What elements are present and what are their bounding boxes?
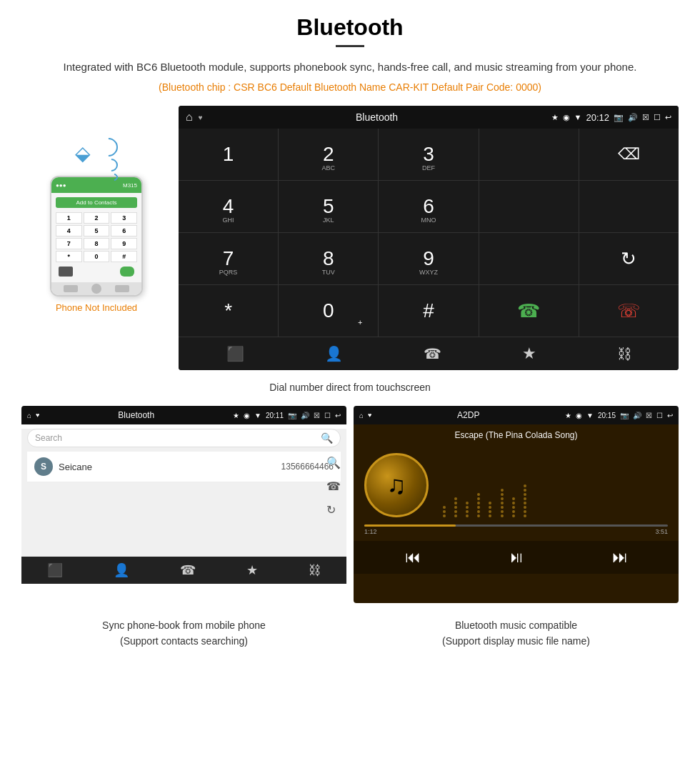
page-container: Bluetooth Integrated with BC6 Bluetooth … xyxy=(0,0,700,664)
bottom-screens: ⌂ ♥ Bluetooth ★ ◉ ▼ 20:11 📷 🔊 ☒ ☐ ↩ Sear… xyxy=(21,406,679,603)
contact-number: 13566664466 xyxy=(281,462,334,472)
music-song-title: Escape (The Pina Colada Song) xyxy=(354,424,679,446)
dial-key-0[interactable]: 0 + xyxy=(279,285,378,337)
bottom-captions: Sync phone-book from mobile phone(Suppor… xyxy=(21,613,679,650)
ms-close-icon[interactable]: ☒ xyxy=(646,412,652,419)
signal-icon: ▼ xyxy=(574,113,582,121)
pb-phone-icon[interactable]: ☎ xyxy=(180,562,196,578)
split-icon[interactable]: ☐ xyxy=(654,113,661,122)
dial-key-5[interactable]: 5 JKL xyxy=(279,181,378,232)
dial-empty-2 xyxy=(479,181,579,232)
dial-key-star[interactable]: * xyxy=(179,285,278,337)
bluetooth-signal: ⬙ xyxy=(75,134,118,170)
pb-loc-icon: ◉ xyxy=(244,412,250,419)
search-placeholder: Search xyxy=(35,433,318,443)
phonebook-bottom-bar: ⬛ 👤 ☎ ★ ⛓ xyxy=(21,557,346,584)
ms-vol-icon[interactable]: 🔊 xyxy=(633,412,641,419)
dial-key-6[interactable]: 6 MNO xyxy=(379,181,478,232)
dial-key-8[interactable]: 8 TUV xyxy=(279,233,378,284)
pb-cam-icon[interactable]: 📷 xyxy=(288,412,296,419)
ms-home-icon[interactable]: ⌂ xyxy=(359,412,364,419)
phone-home-btn[interactable] xyxy=(91,284,101,294)
back-icon[interactable]: ↩ xyxy=(665,113,671,122)
music-screen: ⌂ ♥ A2DP ★ ◉ ▼ 20:15 📷 🔊 ☒ ☐ ↩ Escape (T… xyxy=(354,406,679,603)
ms-cam-icon[interactable]: 📷 xyxy=(620,412,629,419)
pb-home-icon[interactable]: ⌂ xyxy=(27,412,31,419)
pb-close-icon[interactable]: ☒ xyxy=(314,412,320,419)
phone-icon[interactable]: ☎ xyxy=(424,345,441,362)
refresh-side-icon[interactable]: ↻ xyxy=(326,503,341,517)
end-call-icon: ☏ xyxy=(617,300,641,322)
phone-carrier: ●●● xyxy=(56,182,66,189)
pb-person-icon[interactable]: 👤 xyxy=(114,562,129,578)
close-icon[interactable]: ☒ xyxy=(642,113,649,122)
pb-link-icon[interactable]: ⛓ xyxy=(309,563,321,578)
music-next-icon[interactable]: ⏭ xyxy=(612,548,628,567)
signal-arc-large xyxy=(96,134,122,161)
contact-row[interactable]: S Seicane 13566664466 xyxy=(27,452,341,482)
phone-key-star[interactable]: * xyxy=(56,251,82,262)
ms-split-icon[interactable]: ☐ xyxy=(656,412,663,419)
ms-sig-icon: ▼ xyxy=(586,412,594,419)
ms-loc-icon: ◉ xyxy=(576,412,582,419)
signal-arcs xyxy=(99,138,118,181)
dial-grid: 1 2 ABC 3 DEF ⌫ 4 GHI xyxy=(179,129,679,337)
phone-top-bar: ●●● M315 xyxy=(51,177,141,193)
usb-icon: ♥ xyxy=(199,114,203,121)
search-icon[interactable]: 🔍 xyxy=(321,432,333,444)
phone-key-4[interactable]: 4 xyxy=(56,225,82,237)
pb-bt-bottom-icon[interactable]: ★ xyxy=(246,562,258,578)
dial-redial[interactable]: ↻ xyxy=(579,233,679,284)
dial-key-hash[interactable]: # xyxy=(379,285,478,337)
bluetooth-bottom-icon[interactable]: ★ xyxy=(522,344,536,363)
phone-back-btn[interactable] xyxy=(64,285,78,292)
dial-bottom-bar: ⬛ 👤 ☎ ★ ⛓ xyxy=(179,337,679,370)
dial-key-3[interactable]: 3 DEF xyxy=(379,129,478,180)
person-icon[interactable]: 👤 xyxy=(325,345,343,362)
dial-key-9[interactable]: 9 WXYZ xyxy=(379,233,478,284)
pb-vol-icon[interactable]: 🔊 xyxy=(301,412,309,419)
link-icon[interactable]: ⛓ xyxy=(617,346,631,362)
phone-key-2[interactable]: 2 xyxy=(84,212,110,224)
phone-menu-btn[interactable] xyxy=(115,285,129,292)
phone-call-btn[interactable] xyxy=(120,267,134,277)
dial-key-1[interactable]: 1 xyxy=(179,129,278,180)
music-playpause-icon[interactable]: ⏯ xyxy=(509,548,524,567)
home-icon[interactable]: ⌂ xyxy=(186,111,193,124)
volume-icon[interactable]: 🔊 xyxy=(628,113,638,122)
call-side-icon[interactable]: ☎ xyxy=(326,479,341,493)
pb-title: Bluetooth xyxy=(44,410,229,420)
phone-body: ●●● M315 Add to Contacts 1 2 3 4 5 6 7 8… xyxy=(50,176,143,297)
search-side-icon[interactable]: 🔍 xyxy=(326,456,341,469)
music-note-icon: ♫ xyxy=(387,470,406,500)
phone-action-row xyxy=(56,265,137,278)
phone-key-9[interactable]: 9 xyxy=(111,238,137,249)
dial-key-2[interactable]: 2 ABC xyxy=(279,129,378,180)
dial-backspace[interactable]: ⌫ xyxy=(579,129,679,180)
phone-add-contacts[interactable]: Add to Contacts xyxy=(56,197,137,208)
camera-status-icon[interactable]: 📷 xyxy=(614,113,624,122)
top-section: ⬙ ●●● M315 Add to Contacts 1 2 xyxy=(21,106,679,370)
phone-key-1[interactable]: 1 xyxy=(56,212,82,224)
pb-split-icon[interactable]: ☐ xyxy=(324,412,331,419)
contact-avatar: S xyxy=(34,457,53,476)
phone-key-5[interactable]: 5 xyxy=(84,225,110,237)
music-prev-icon[interactable]: ⏮ xyxy=(405,548,421,567)
dial-key-7[interactable]: 7 PQRS xyxy=(179,233,278,284)
dial-caption: Dial number direct from touchscreen xyxy=(21,382,679,393)
phone-key-3[interactable]: 3 xyxy=(111,212,137,224)
phone-camera-btn[interactable] xyxy=(59,267,73,277)
grid-icon[interactable]: ⬛ xyxy=(226,345,244,362)
phone-key-hash[interactable]: # xyxy=(111,251,137,262)
pb-grid-icon[interactable]: ⬛ xyxy=(47,562,63,578)
phone-key-7[interactable]: 7 xyxy=(56,238,82,249)
phone-key-8[interactable]: 8 xyxy=(84,238,110,249)
dial-call-button[interactable]: ☎ xyxy=(479,285,579,337)
pb-back-icon[interactable]: ↩ xyxy=(335,412,341,419)
phone-key-0[interactable]: 0 xyxy=(84,251,110,262)
ms-back-icon[interactable]: ↩ xyxy=(667,412,673,419)
dial-key-4[interactable]: 4 GHI xyxy=(179,181,278,232)
phone-bottom-bar xyxy=(51,282,141,295)
dial-end-button[interactable]: ☏ xyxy=(579,285,679,337)
phone-key-6[interactable]: 6 xyxy=(111,225,137,237)
